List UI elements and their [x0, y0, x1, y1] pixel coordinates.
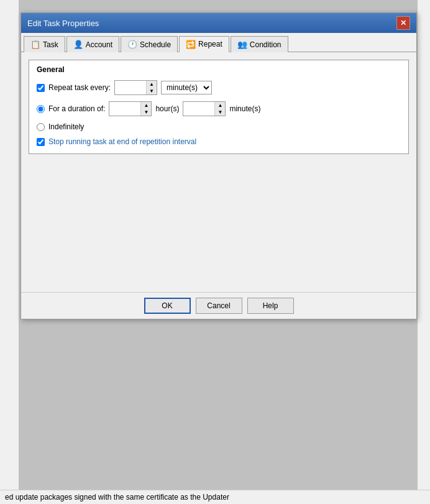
duration-hours-spinner: 1 ▲ ▼ [109, 101, 152, 116]
account-icon: 👤 [73, 40, 83, 50]
schedule-icon: 🕐 [127, 40, 137, 50]
dialog: Edit Task Properties ✕ 📋 Task 👤 Account … [21, 12, 417, 319]
stop-task-row: Stop running task at end of repetition i… [37, 137, 401, 146]
duration-minutes-spinner-buttons: ▲ ▼ [214, 102, 225, 116]
tab-repeat[interactable]: 🔁 Repeat [179, 36, 229, 52]
hours-label: hour(s) [155, 104, 179, 113]
indefinitely-radio[interactable] [37, 123, 45, 131]
stop-task-checkbox[interactable] [37, 138, 45, 146]
dialog-body: General Repeat task every: 2 ▲ ▼ minute(… [21, 52, 416, 292]
content-spacer [29, 160, 409, 285]
general-group-label: General [37, 65, 401, 74]
tab-account[interactable]: 👤 Account [66, 36, 119, 52]
close-button[interactable]: ✕ [396, 16, 410, 30]
duration-row: For a duration of: 1 ▲ ▼ hour(s) 0 ▲ ▼ [37, 101, 401, 116]
dialog-footer: OK Cancel Help [21, 292, 416, 319]
bottom-bar: ed update packages signed with the same … [0, 490, 430, 504]
condition-icon: 👥 [237, 40, 247, 50]
repeat-value-spinner-buttons: ▲ ▼ [146, 81, 157, 94]
minutes-label: minute(s) [229, 104, 260, 113]
bottom-text: ed update packages signed with the same … [5, 493, 229, 502]
repeat-task-checkbox[interactable] [37, 84, 45, 92]
repeat-value-down[interactable]: ▼ [147, 88, 157, 94]
tab-task[interactable]: 📋 Task [24, 36, 65, 52]
repeat-value-spinner: 2 ▲ ▼ [114, 80, 157, 95]
ok-button[interactable]: OK [144, 298, 191, 314]
tab-repeat-label: Repeat [198, 40, 222, 48]
stop-task-label: Stop running task at end of repetition i… [48, 137, 196, 146]
titlebar: Edit Task Properties ✕ [21, 13, 416, 33]
general-group: General Repeat task every: 2 ▲ ▼ minute(… [29, 60, 409, 154]
duration-minutes-up[interactable]: ▲ [215, 102, 225, 109]
dialog-title: Edit Task Properties [27, 19, 99, 28]
repeat-value-up[interactable]: ▲ [147, 81, 157, 88]
duration-hours-spinner-buttons: ▲ ▼ [140, 102, 151, 116]
indefinitely-label: Indefinitely [48, 122, 84, 131]
background-left [0, 0, 19, 504]
duration-hours-up[interactable]: ▲ [141, 102, 151, 109]
repeat-value-input[interactable]: 2 [115, 81, 146, 94]
indefinitely-row: Indefinitely [37, 122, 401, 131]
repeat-task-label: Repeat task every: [48, 83, 111, 92]
duration-minutes-spinner: 0 ▲ ▼ [183, 101, 226, 116]
tab-account-label: Account [86, 40, 112, 49]
tab-task-label: Task [43, 40, 58, 49]
tab-condition-label: Condition [250, 40, 281, 49]
repeat-icon: 🔁 [186, 39, 196, 49]
duration-label: For a duration of: [48, 104, 105, 113]
duration-minutes-down[interactable]: ▼ [215, 109, 225, 116]
duration-radio[interactable] [37, 105, 45, 113]
duration-minutes-input[interactable]: 0 [183, 102, 214, 116]
tab-schedule[interactable]: 🕐 Schedule [121, 36, 178, 52]
repeat-task-row: Repeat task every: 2 ▲ ▼ minute(s) hour(… [37, 80, 401, 95]
repeat-unit-select[interactable]: minute(s) hour(s) day(s) [162, 81, 211, 94]
background-right [418, 0, 430, 504]
tab-schedule-label: Schedule [140, 40, 171, 49]
tab-condition[interactable]: 👥 Condition [231, 36, 288, 52]
help-button[interactable]: Help [247, 298, 294, 314]
tab-bar: 📋 Task 👤 Account 🕐 Schedule 🔁 Repeat 👥 C… [21, 33, 416, 52]
duration-hours-input[interactable]: 1 [109, 102, 140, 116]
task-icon: 📋 [30, 40, 40, 50]
duration-hours-down[interactable]: ▼ [141, 109, 151, 116]
repeat-unit-select-wrap: minute(s) hour(s) day(s) [161, 81, 212, 94]
cancel-button[interactable]: Cancel [196, 298, 242, 314]
